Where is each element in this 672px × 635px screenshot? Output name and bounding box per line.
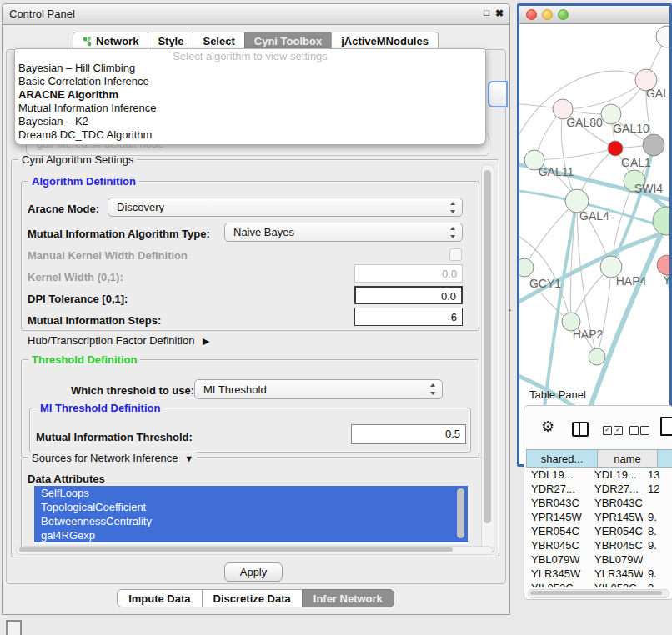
hub-definition-expander[interactable]: Hub/Transcription Factor Definition ▶ [28,334,209,347]
stepper-icon [449,227,457,238]
minimize-traffic-light[interactable] [542,9,553,20]
table-cell: YER054C [526,524,589,538]
network-node-partial-top[interactable] [656,26,669,48]
network-window-titlebar[interactable] [519,6,669,24]
zoom-traffic-light[interactable] [558,9,569,20]
tab-cyni-toolbox[interactable]: Cyni Toolbox [244,32,332,49]
partial-focused-combo[interactable] [488,81,508,108]
close-icon[interactable]: ✖ [495,8,504,19]
table-row[interactable]: YPR145WYPR145W9. [526,510,671,524]
aracne-mode-value: Discovery [108,201,449,213]
tab-select[interactable]: Select [193,32,244,49]
bottom-tab-infer-network[interactable]: Infer Network [302,589,394,608]
network-node-label-gal4: GAL4 [579,209,609,222]
network-node-big-green[interactable] [653,207,669,235]
show-selected-icon[interactable]: ✓✓ [603,426,624,441]
table-cell: YBR045C [589,538,643,552]
unchecked-checkbox-icon [640,426,649,435]
algorithm-option-dream8-dc-tdc-algorithm[interactable]: Dream8 DC_TDC Algorithm [15,128,485,142]
apply-button[interactable]: Apply [224,562,283,582]
control-panel-titlebar[interactable]: Control Panel □ ✖ [3,4,509,25]
close-traffic-light[interactable] [526,9,537,20]
bottom-tab-impute-data[interactable]: Impute Data [117,589,202,608]
panel-resize-handle[interactable]: ▸ [509,307,513,313]
table-cell: YIL052C [526,581,589,588]
network-node-salmon-node[interactable] [657,255,669,275]
mi-steps-field[interactable]: 6 [354,308,463,326]
table-row[interactable]: YBR043CYBR043C [526,496,671,510]
manual-kernel-label: Manual Kernel Width Definition [28,249,188,262]
gear-icon[interactable]: ⚙ [541,418,554,436]
which-threshold-combo[interactable]: MI Threshold [194,379,443,399]
network-edge [563,80,646,109]
network-node-label-gal1: GAL1 [621,156,651,169]
float-icon[interactable]: □ [484,8,489,18]
threshold-definition-title: Threshold Definition [28,353,140,366]
column-header-shared[interactable]: shared... [526,449,598,468]
network-node-label-hap2: HAP2 [573,328,604,341]
dropdown-prompt: Select algorithm to view settings [15,49,485,62]
network-node-gray-node[interactable] [643,134,664,156]
attribute-item-selfloops[interactable]: SelfLoops [34,486,468,500]
algorithm-definition-title: Algorithm Definition [28,175,139,188]
attribute-item-topologicalcoefficient[interactable]: TopologicalCoefficient [34,500,468,514]
settings-horizontal-scrollbar[interactable] [16,546,493,555]
bottom-tab-discretize-data[interactable]: Discretize Data [202,589,303,608]
table-cell: YER054C [589,524,643,538]
table-row[interactable]: YBL079WYBL079W [526,552,671,567]
settings-vertical-scrollbar[interactable] [481,164,494,551]
stepper-icon [449,202,457,213]
column-header-extra[interactable] [658,449,672,468]
table-cell: YPR145W [589,510,643,524]
tab-jactivemnodules[interactable]: jActiveMNodules [331,32,439,49]
table-cell: 9 [643,581,671,588]
checked-checkbox-icon: ✓ [614,426,623,435]
table-row[interactable]: YER054CYER054C8. [526,524,671,538]
algorithm-option-aracne-algorithm[interactable]: ARACNE Algorithm [15,88,485,102]
network-node-label-salmon-node: Y [663,273,669,287]
table-row[interactable]: YDR27...YDR27...12 [526,482,671,496]
data-attributes-label: Data Attributes [28,472,105,485]
algorithm-option-bayesian-hill-climbing[interactable]: Bayesian – Hill Climbing [15,62,485,75]
table-row[interactable]: YDL19...YDL19...13 [526,468,671,482]
algorithm-option-bayesian-k2[interactable]: Bayesian – K2 [15,115,485,128]
attributes-list-scrollbar[interactable] [457,488,464,538]
table-row[interactable]: YLR345WYLR345W9. [526,567,671,581]
sources-group-title[interactable]: Sources for Network Inference ▼ [28,452,197,464]
algorithm-option-mutual-information-inference[interactable]: Mutual Information Inference [15,102,485,115]
settings-vertical-scrollbar-thumb[interactable] [484,170,491,523]
data-attributes-list: SelfLoopsTopologicalCoefficientBetweenne… [34,486,468,544]
column-header-name[interactable]: name [598,449,658,468]
table-horizontal-scrollbar[interactable] [528,589,669,598]
algorithm-option-basic-correlation-inference[interactable]: Basic Correlation Inference [15,75,485,88]
file-icon[interactable] [660,417,672,436]
mi-threshold-field[interactable]: 0.5 [351,424,466,444]
table-row[interactable]: YIL052CYIL052C9 [526,581,671,588]
dpi-tolerance-field[interactable]: 0.0 [354,286,463,304]
unchecked-checkbox-icon [629,426,639,435]
table-cell: YBR045C [526,538,589,552]
column-manager-icon[interactable] [572,422,589,437]
network-node-bottom-green[interactable] [589,348,605,365]
settings-horizontal-scrollbar-thumb[interactable] [19,548,453,552]
attribute-item-betweennesscentrality[interactable]: BetweennessCentrality [34,514,468,528]
tab-style[interactable]: Style [148,32,193,49]
network-node-gcy1[interactable] [519,258,534,277]
collapse-down-icon: ▼ [184,453,193,463]
sources-title-text: Sources for Network Inference [32,452,178,464]
mi-type-label: Mutual Information Algorithm Type: [28,228,210,240]
mi-type-combo[interactable]: Naive Bayes [224,222,463,242]
tab-label: Select [203,35,234,48]
show-unselected-icon[interactable] [629,426,651,441]
table-panel: ⚙ ✓✓ shared...name YDL19...YDL19...13YDR… [524,405,672,600]
network-node-gal1[interactable] [608,141,623,156]
table-horizontal-scrollbar-thumb[interactable] [530,591,662,595]
partial-corner-icon[interactable] [6,620,22,635]
network-edge [534,148,615,160]
table-row[interactable]: YBR045CYBR045C9. [526,538,671,552]
table-cell: 9. [643,538,671,552]
attribute-item-gal4rgexp[interactable]: gal4RGexp [34,528,468,542]
table-cell: YDL19... [526,468,589,482]
tab-network[interactable]: Network [73,32,148,49]
aracne-mode-combo[interactable]: Discovery [108,198,463,217]
